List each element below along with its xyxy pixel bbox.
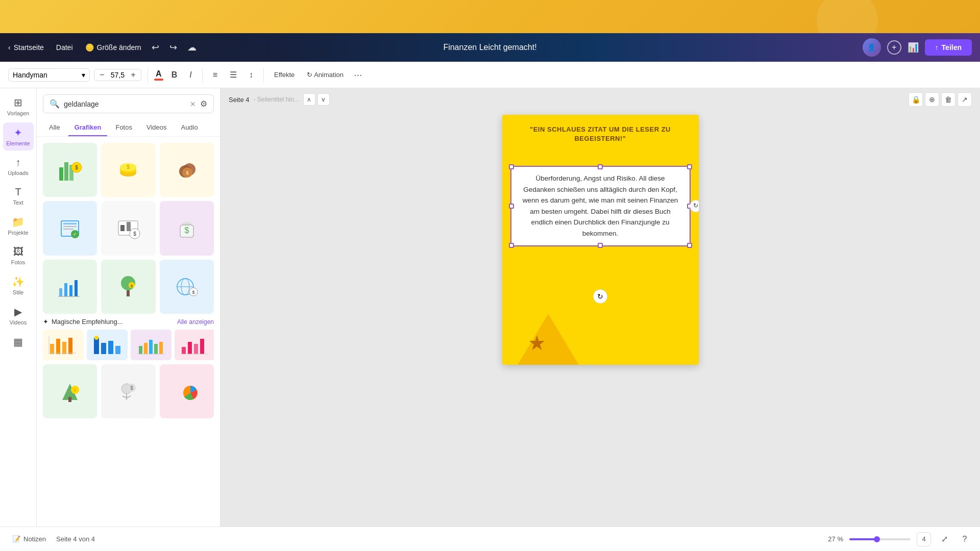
asset-item[interactable]: $ [101,201,155,255]
svg-rect-59 [68,397,71,402]
top-banner [0,0,980,33]
asset-item[interactable]: ✓ [43,201,97,255]
svg-text:$: $ [131,284,133,288]
sidebar-item-uploads[interactable]: ↑ Uploads [3,153,34,180]
dropdown-arrow-icon: ▾ [82,71,85,79]
animation-button[interactable]: ↻ Animation [303,69,348,81]
clear-search-button[interactable]: ✕ [190,100,196,108]
search-input[interactable] [64,100,186,108]
svg-rect-53 [154,344,158,354]
delete-page-button[interactable]: 🗑 [941,92,955,107]
export-page-button[interactable]: ↗ [958,92,972,107]
filter-button[interactable]: ⚙ [200,99,207,109]
user-avatar[interactable]: 👤 [863,38,881,57]
sidebar-item-text[interactable]: T Text [3,182,34,210]
undo-redo-group: ↩ ↪ ☁ [150,40,199,55]
resize-handle-br[interactable] [687,243,692,248]
resize-handle-tr[interactable] [687,164,692,169]
magic-icon: ✦ [43,318,48,325]
zoom-slider[interactable] [849,538,911,540]
file-menu[interactable]: Datei [56,43,73,52]
page-down-button[interactable]: ∨ [317,93,330,106]
spacing-button[interactable]: ↕ [245,68,257,82]
svg-rect-21 [127,222,131,231]
sidebar-item-elemente[interactable]: ✦ Elemente [3,122,34,151]
magic-item[interactable] [175,330,214,360]
canvas-area: Seite 4 - Seitentitel hin... ∧ ∨ 🔒 ⊕ 🗑 ↗… [220,88,980,527]
decrease-font-size-button[interactable]: − [97,70,106,80]
font-family-select[interactable]: Handyman ▾ [8,68,90,82]
zoom-slider-thumb[interactable] [874,536,880,542]
save-cloud-button[interactable]: ☁ [185,40,199,55]
sidebar-item-pattern[interactable]: ▦ [3,332,34,354]
rotate-center-handle[interactable]: ↻ [593,289,607,304]
asset-item[interactable]: $ [101,143,155,197]
magic-item[interactable] [43,330,84,360]
rotate-handle[interactable]: ↻ [690,200,699,212]
increase-font-size-button[interactable]: + [129,70,137,80]
more-options-button[interactable]: ··· [352,69,364,81]
uploads-icon: ↑ [16,157,21,168]
copy-page-button[interactable]: ⊕ [925,92,939,107]
effects-button[interactable]: Effekte [270,69,299,81]
asset-item[interactable] [43,260,97,314]
page-action-buttons: 🔒 ⊕ 🗑 ↗ [909,92,972,107]
notes-button[interactable]: 📝 Notizen [8,533,50,545]
asset-item[interactable]: $ [160,201,214,255]
resize-handle-ml[interactable] [509,204,514,209]
tab-alle[interactable]: Alle [43,119,66,136]
sidebar-item-stile[interactable]: ✨ Stile [3,271,34,299]
fit-page-button[interactable]: ⤢ [937,532,951,546]
font-size-value[interactable]: 57,5 [108,71,127,79]
top-navigation: ‹ Startseite Datei 🪙 Größe ändern ↩ ↪ ☁ … [0,33,980,62]
svg-rect-50 [139,346,142,354]
italic-button[interactable]: I [185,68,195,82]
svg-rect-14 [63,223,77,224]
asset-item[interactable] [160,364,214,418]
tab-videos[interactable]: Videos [140,119,173,136]
add-collaborator-button[interactable]: + [887,40,901,55]
toolbar-divider-3 [263,68,264,82]
magic-item[interactable] [131,330,172,360]
templates-icon: ⊞ [14,96,22,109]
tab-fotos[interactable]: Fotos [109,119,138,136]
sidebar-item-projekte[interactable]: 📁 Projekte [3,212,34,240]
page-indicator[interactable]: Seite 4 von 4 [56,535,95,543]
resize-handle-tm[interactable] [598,164,603,169]
magic-item[interactable] [87,330,128,360]
sidebar-item-fotos[interactable]: 🖼 Fotos [3,242,34,269]
share-button[interactable]: ↑ Teilen [925,39,972,56]
bold-button[interactable]: B [167,68,182,82]
sidebar-item-vorlagen[interactable]: ⊞ Vorlagen [3,92,34,120]
tab-audio[interactable]: Audio [175,119,204,136]
home-label[interactable]: Startseite [14,43,44,52]
analytics-icon[interactable]: 📊 [908,42,919,53]
list-button[interactable]: ☰ [226,68,241,82]
asset-item[interactable]: ↑ [43,364,97,418]
asset-item[interactable]: $ [101,260,155,314]
resize-button[interactable]: 🪙 Größe ändern [85,43,141,52]
help-button[interactable]: ? [958,532,972,546]
svg-rect-41 [50,344,54,354]
asset-item[interactable]: $ [101,364,155,418]
page-up-button[interactable]: ∧ [303,93,315,106]
resize-handle-tl[interactable] [509,164,514,169]
back-to-home[interactable]: ‹ Startseite [8,43,44,52]
tab-grafiken[interactable]: Grafiken [68,119,108,136]
asset-item[interactable]: $ [43,143,97,197]
lock-page-button[interactable]: 🔒 [909,92,923,107]
resize-handle-bl[interactable] [509,243,514,248]
text-color-button[interactable]: A [154,69,163,81]
svg-rect-30 [75,280,78,296]
svg-rect-58 [200,339,204,354]
align-button[interactable]: ≡ [209,68,222,82]
page-number-badge[interactable]: 4 [917,532,931,546]
asset-item[interactable]: $ [160,143,214,197]
sidebar-item-videos[interactable]: ▶ Videos [3,302,34,330]
resize-handle-bm[interactable] [598,243,603,248]
undo-button[interactable]: ↩ [150,40,161,55]
slide-textbox[interactable]: Überforderung, Angst und Risiko. All die… [510,166,691,246]
show-all-button[interactable]: Alle anzeigen [177,318,214,325]
redo-button[interactable]: ↪ [167,40,179,55]
asset-item[interactable]: $ [160,260,214,314]
